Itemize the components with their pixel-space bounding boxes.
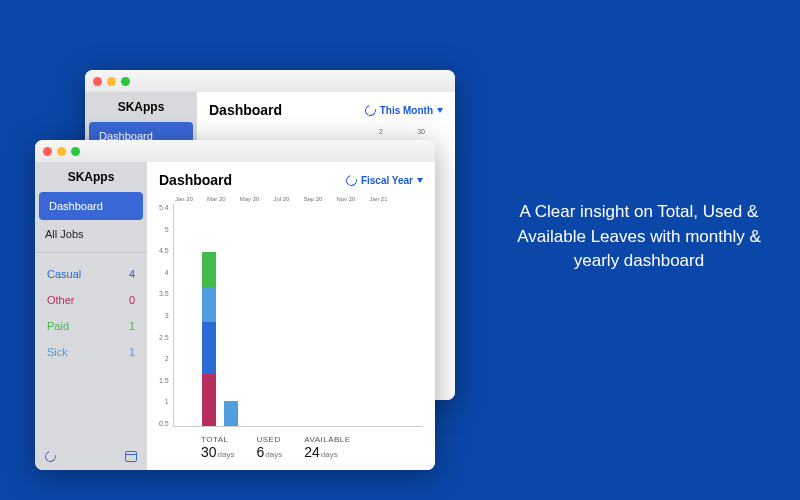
leave-row-paid[interactable]: Paid 1: [35, 313, 147, 339]
app-title: SKApps: [35, 162, 147, 192]
period-selector[interactable]: This Month: [365, 105, 443, 116]
leave-name: Paid: [47, 320, 69, 332]
page-title: Dashboard: [159, 172, 232, 188]
leave-count: 4: [129, 268, 135, 280]
seg-paid: [202, 252, 216, 287]
seg-sick: [224, 401, 238, 426]
minimize-icon[interactable]: [57, 147, 66, 156]
seg-casual: [202, 322, 216, 374]
refresh-icon: [363, 102, 378, 117]
leave-count: 0: [129, 294, 135, 306]
chevron-down-icon: [437, 108, 443, 113]
zoom-icon[interactable]: [71, 147, 80, 156]
leave-name: Casual: [47, 268, 81, 280]
seg-other: [202, 374, 216, 426]
tick-label: 2: [379, 128, 383, 135]
refresh-icon[interactable]: [43, 449, 58, 464]
tick-label: 30: [417, 128, 425, 135]
seg-sick: [202, 287, 216, 322]
sidebar-front: SKApps Dashboard All Jobs Casual 4 Other…: [35, 162, 147, 470]
summary-used: USED 6days: [256, 435, 282, 460]
x-axis-labels: Jan 20 Mar 20 May 20 Jul 20 Sep 20 Nov 2…: [175, 196, 423, 202]
promo-text: A Clear insight on Total, Used & Availab…: [514, 200, 764, 274]
sidebar-item-all-jobs[interactable]: All Jobs: [35, 220, 147, 248]
leave-name: Sick: [47, 346, 68, 358]
summary-available: AVAILABLE 24days: [304, 435, 350, 460]
titlebar-back: [85, 70, 455, 92]
bar-mar20: [202, 252, 216, 426]
plot-area: [173, 204, 423, 427]
period-label: This Month: [380, 105, 433, 116]
leave-name: Other: [47, 294, 75, 306]
period-selector[interactable]: Fiscal Year: [346, 175, 423, 186]
y-axis-labels: 5.4 5 4.5 4 3.5 3 2.5 2 1.5 1 0.5: [159, 204, 173, 427]
summary-total: TOTAL 30days: [201, 435, 234, 460]
app-title: SKApps: [85, 92, 197, 122]
refresh-icon: [344, 172, 359, 187]
chart: 5.4 5 4.5 4 3.5 3 2.5 2 1.5 1 0.5: [159, 204, 423, 427]
close-icon[interactable]: [93, 77, 102, 86]
chevron-down-icon: [417, 178, 423, 183]
minimize-icon[interactable]: [107, 77, 116, 86]
sidebar-item-dashboard[interactable]: Dashboard: [39, 192, 143, 220]
page-title: Dashboard: [209, 102, 282, 118]
leave-type-list: Casual 4 Other 0 Paid 1 Sick 1: [35, 257, 147, 369]
leave-row-other[interactable]: Other 0: [35, 287, 147, 313]
leave-row-casual[interactable]: Casual 4: [35, 261, 147, 287]
period-label: Fiscal Year: [361, 175, 413, 186]
calendar-icon[interactable]: [125, 451, 137, 462]
leave-count: 1: [129, 346, 135, 358]
zoom-icon[interactable]: [121, 77, 130, 86]
divider: [35, 252, 147, 253]
bar-may20: [224, 401, 238, 426]
leave-count: 1: [129, 320, 135, 332]
window-front: SKApps Dashboard All Jobs Casual 4 Other…: [35, 140, 435, 470]
close-icon[interactable]: [43, 147, 52, 156]
main-front: Dashboard Fiscal Year Jan 20 Mar 20 May …: [147, 162, 435, 470]
leave-row-sick[interactable]: Sick 1: [35, 339, 147, 365]
titlebar-front: [35, 140, 435, 162]
summary-row: TOTAL 30days USED 6days AVAILABLE 24days: [159, 427, 423, 460]
